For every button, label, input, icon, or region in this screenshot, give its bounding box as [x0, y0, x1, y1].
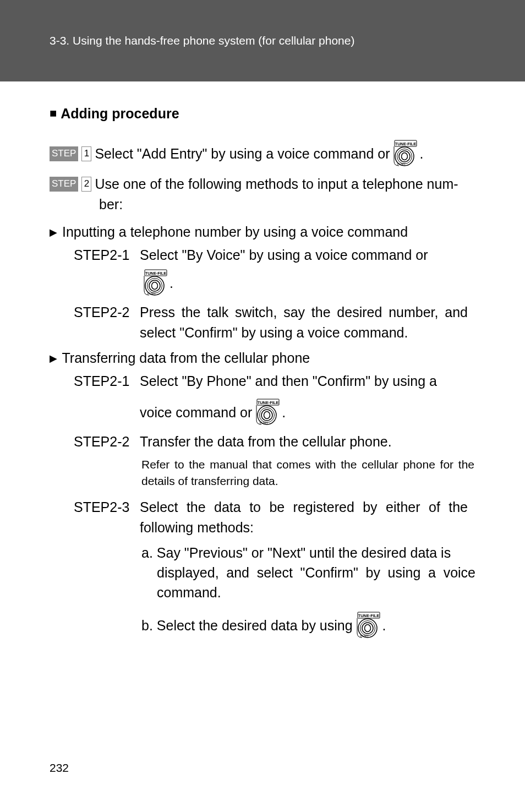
option-a-text-cont: displayed, and select "Confirm" by using… [141, 563, 475, 603]
page-content: ■ Adding procedure STEP1 Select "Add Ent… [0, 81, 525, 639]
substep-body: Select "By Voice" by using a voice comma… [140, 245, 468, 297]
option-b-text: Select the desired data by using [157, 615, 353, 635]
section-header: 3-3. Using the hands-free phone system (… [0, 0, 525, 81]
step-2-2-voice: STEP2-2Press the talk switch, say the de… [50, 302, 475, 342]
option-a: a. Say "Previous" or "Next" until the de… [50, 543, 475, 603]
step-1-text: Select "Add Entry" by using a voice comm… [95, 144, 390, 164]
step-2-2-phone: STEP2-2Transfer the data from the cellul… [50, 432, 475, 451]
step-2-3-phone: STEP2-3Select the data to be registered … [50, 497, 475, 537]
step-badge: STEP [50, 177, 78, 192]
period: . [419, 144, 423, 164]
phone-method-text: Transferring data from the cellular phon… [62, 350, 310, 366]
step-2-1-phone-text-b: voice command or [140, 402, 252, 422]
step-2-3-phone-text: Select the data to be registered by eith… [140, 497, 468, 537]
heading-text: Adding procedure [61, 106, 179, 121]
step-2-1-phone-text-a: Select "By Phone" and then "Confirm" by … [140, 373, 437, 389]
phone-method-heading: ▶ Transferring data from the cellular ph… [50, 348, 475, 368]
step-1-row: STEP1 Select "Add Entry" by using a voic… [50, 140, 475, 167]
arrow-icon: ▶ [50, 351, 57, 366]
step-2-1-phone: STEP2-1 Select "By Phone" and then "Conf… [50, 371, 475, 426]
step-2-2-phone-text: Transfer the data from the cellular phon… [140, 432, 468, 451]
step-2-1-voice-text: Select "By Voice" by using a voice comma… [140, 247, 428, 263]
step-2-text: Use one of the following methods to inpu… [95, 176, 458, 192]
step-2-2-phone-note: Refer to the manual that comes with the … [50, 456, 475, 490]
voice-method-heading: ▶ Inputting a telephone number by using … [50, 222, 475, 242]
option-b-label: b. [141, 615, 153, 635]
step-2-row: STEP2Use one of the following methods to… [50, 174, 475, 214]
period: . [169, 273, 173, 293]
step-number: 2 [81, 177, 91, 192]
option-a-label: a. [141, 545, 153, 560]
page-number: 232 [50, 761, 69, 775]
tune-dial-icon [142, 269, 167, 297]
substep-label: STEP2-1 [74, 371, 140, 391]
step-badge: STEP [50, 146, 78, 161]
option-a-text: Say "Previous" or "Next" until the desir… [157, 545, 451, 560]
substep-label: STEP2-3 [74, 497, 140, 517]
period: . [382, 615, 386, 635]
heading-square: ■ [50, 105, 57, 122]
procedure-heading: ■ Adding procedure [50, 103, 475, 123]
tune-dial-icon [355, 612, 380, 639]
substep-label: STEP2-2 [74, 302, 140, 322]
section-header-text: 3-3. Using the hands-free phone system (… [50, 34, 354, 47]
substep-label: STEP2-1 [74, 245, 140, 265]
step-number: 1 [81, 146, 91, 161]
period: . [282, 402, 286, 422]
tune-dial-icon [392, 140, 417, 167]
step-2-text-cont: ber: [50, 194, 475, 214]
arrow-icon: ▶ [50, 225, 57, 239]
tune-dial-icon [254, 399, 280, 426]
substep-body: Select "By Phone" and then "Confirm" by … [140, 371, 468, 426]
step-2-2-voice-text: Press the talk switch, say the desired n… [140, 302, 468, 342]
substep-label: STEP2-2 [74, 432, 140, 451]
voice-method-text: Inputting a telephone number by using a … [62, 224, 408, 239]
option-b: b. Select the desired data by using . [50, 612, 475, 639]
step-2-1-voice: STEP2-1 Select "By Voice" by using a voi… [50, 245, 475, 297]
